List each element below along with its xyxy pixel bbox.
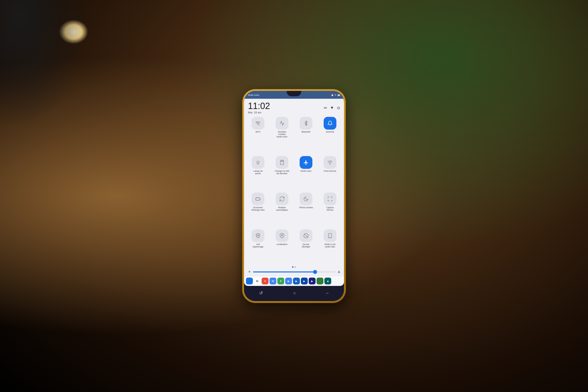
tile-capture[interactable]: Capture d'écran bbox=[319, 192, 341, 227]
ne-pas-deranger-label: Ne pas déranger bbox=[299, 243, 313, 248]
tile-data[interactable]: Données mobilesMode Avion bbox=[271, 117, 293, 154]
bluetooth-label: Bluetooth bbox=[302, 130, 310, 133]
clock-display: 11:02 Mar. 18 avr. bbox=[248, 102, 270, 114]
recent-button[interactable]: ⌐ bbox=[322, 290, 334, 297]
dock-app-4[interactable]: M bbox=[270, 278, 276, 284]
rotation-label: Rotation automatique bbox=[275, 206, 289, 211]
sim-icon-wrap bbox=[276, 156, 288, 169]
dock-app-6[interactable]: ▶ bbox=[285, 278, 292, 284]
tiles-grid: Wi-Fi Données mobilesMode Avion bbox=[244, 115, 344, 266]
svg-rect-3 bbox=[280, 160, 284, 164]
localisation-label: Localisation bbox=[276, 243, 288, 246]
dock-app-3[interactable]: 8 bbox=[262, 278, 268, 284]
ne-pas-deranger-icon-wrap bbox=[300, 229, 312, 242]
hotspot-icon-wrap bbox=[324, 156, 336, 169]
data-label: Données mobilesMode Avion bbox=[275, 130, 289, 138]
svg-rect-5 bbox=[256, 198, 260, 200]
dot-1 bbox=[292, 266, 294, 268]
sim-label: Changer la SIM de données bbox=[275, 170, 289, 175]
clock-time: 11:02 bbox=[248, 102, 270, 110]
phone-outer: Mode Avion ⏰ ✈ ▮▮ 11:02 Mar. 18 avr. bbox=[242, 90, 346, 302]
capture-icon-wrap bbox=[324, 192, 336, 205]
brightness-fill bbox=[253, 272, 315, 272]
phone-wrapper: Mode Avion ⏰ ✈ ▮▮ 11:02 Mar. 18 avr. bbox=[242, 90, 346, 302]
wifi-label: Wi-Fi bbox=[256, 130, 260, 133]
mode-avion-icon-wrap bbox=[300, 156, 312, 169]
tile-anti-espionnage[interactable]: Anti espionnage bbox=[247, 229, 269, 264]
alarm-icon: ⏰ bbox=[331, 94, 334, 96]
data-icon-wrap bbox=[276, 117, 288, 130]
tile-economie[interactable]: Économie d'énergie ultra bbox=[247, 192, 269, 227]
theme-sombre-label: Thème sombre bbox=[299, 206, 313, 209]
app-dock: 💙 hi 8 M P ▶ ▶ ▶ ▶ · ■ bbox=[244, 276, 344, 286]
home-button[interactable]: ○ bbox=[288, 290, 301, 297]
tile-localisation[interactable]: Localisation bbox=[271, 229, 293, 264]
anti-espionnage-label: Anti espionnage bbox=[251, 243, 265, 248]
lampe-icon-wrap bbox=[252, 156, 264, 169]
clock-actions: ✏ ▼ ⊙ bbox=[324, 106, 340, 110]
mode-seule-main-label: Mode à une seule main bbox=[323, 243, 337, 248]
wifi-icon-wrap bbox=[252, 117, 264, 130]
battery-icon: ▮▮ bbox=[338, 94, 340, 96]
status-bar: Mode Avion ⏰ ✈ ▮▮ bbox=[244, 91, 344, 99]
tile-lampe[interactable]: Lampe de poche bbox=[247, 156, 269, 190]
lampe-label: Lampe de poche bbox=[251, 170, 265, 175]
tile-rotation[interactable]: Rotation automatique bbox=[271, 192, 293, 227]
dock-app-7[interactable]: ▶ bbox=[293, 278, 300, 284]
brightness-row: ☀ A bbox=[244, 269, 344, 276]
tile-mode-seule-main[interactable]: Mode à une seule main bbox=[319, 229, 341, 264]
bluetooth-icon-wrap bbox=[300, 117, 312, 130]
capture-label: Capture d'écran bbox=[323, 206, 337, 211]
sonnerie-label: Sonnerie bbox=[326, 130, 334, 133]
mode-seule-main-icon-wrap bbox=[324, 229, 336, 242]
dock-app-1[interactable]: 💙 bbox=[246, 278, 253, 284]
clock-row: 11:02 Mar. 18 avr. ✏ ▼ ⊙ bbox=[244, 99, 344, 115]
tile-sonnerie[interactable]: Sonnerie bbox=[319, 117, 341, 154]
tile-ne-pas-deranger[interactable]: Ne pas déranger bbox=[295, 229, 317, 264]
filter-icon[interactable]: ▼ bbox=[330, 106, 334, 110]
economie-label: Économie d'énergie ultra bbox=[251, 206, 265, 211]
edit-icon[interactable]: ✏ bbox=[324, 106, 327, 110]
anti-espionnage-icon-wrap bbox=[252, 229, 264, 242]
brightness-low-icon: ☀ bbox=[248, 270, 251, 274]
back-button[interactable]: ↺ bbox=[254, 289, 268, 297]
quick-panel: 11:02 Mar. 18 avr. ✏ ▼ ⊙ bbox=[244, 99, 344, 286]
svg-line-11 bbox=[304, 234, 308, 237]
hotspot-label: Point d'accès bbox=[324, 170, 336, 172]
nav-bar: ↺ ○ ⌐ bbox=[244, 286, 344, 301]
airplane-icon: ✈ bbox=[335, 94, 337, 96]
dock-app-2[interactable]: hi bbox=[254, 278, 261, 284]
brightness-high-label: A bbox=[338, 270, 340, 274]
dock-app-8[interactable]: ▶ bbox=[301, 278, 308, 284]
status-mode-avion: Mode Avion bbox=[248, 94, 260, 96]
dock-app-11[interactable]: ■ bbox=[324, 278, 331, 284]
dock-app-9[interactable]: ▶ bbox=[309, 278, 316, 284]
tile-hotspot[interactable]: Point d'accès bbox=[319, 156, 341, 190]
brightness-track[interactable] bbox=[253, 272, 336, 272]
dot-2 bbox=[294, 266, 296, 268]
brightness-thumb bbox=[313, 270, 317, 274]
dock-app-5[interactable]: P bbox=[277, 278, 284, 284]
tile-mode-avion[interactable]: Mode Avion bbox=[295, 156, 317, 190]
svg-point-8 bbox=[257, 235, 259, 236]
phone-inner: Mode Avion ⏰ ✈ ▮▮ 11:02 Mar. 18 avr. bbox=[244, 91, 344, 301]
svg-point-4 bbox=[330, 164, 330, 164]
theme-sombre-icon-wrap bbox=[300, 192, 312, 205]
tile-bluetooth[interactable]: Bluetooth bbox=[295, 117, 317, 154]
settings-icon[interactable]: ⊙ bbox=[337, 106, 340, 110]
bg-dark-top bbox=[0, 0, 98, 147]
dots-indicator bbox=[244, 266, 344, 269]
dock-app-10[interactable]: · bbox=[316, 278, 324, 284]
tile-theme-sombre[interactable]: Thème sombre bbox=[295, 192, 317, 227]
clock-date: Mar. 18 avr. bbox=[248, 111, 270, 114]
economie-icon-wrap bbox=[252, 192, 264, 205]
mode-avion-label: Mode Avion bbox=[300, 170, 312, 172]
svg-point-2 bbox=[257, 161, 259, 164]
notch bbox=[287, 91, 301, 96]
tile-wifi[interactable]: Wi-Fi bbox=[247, 117, 269, 154]
screen: Mode Avion ⏰ ✈ ▮▮ 11:02 Mar. 18 avr. bbox=[244, 91, 344, 301]
svg-point-9 bbox=[281, 234, 283, 236]
localisation-icon-wrap bbox=[276, 229, 288, 242]
tile-sim[interactable]: Changer la SIM de données bbox=[271, 156, 293, 190]
sonnerie-icon-wrap bbox=[324, 117, 336, 130]
